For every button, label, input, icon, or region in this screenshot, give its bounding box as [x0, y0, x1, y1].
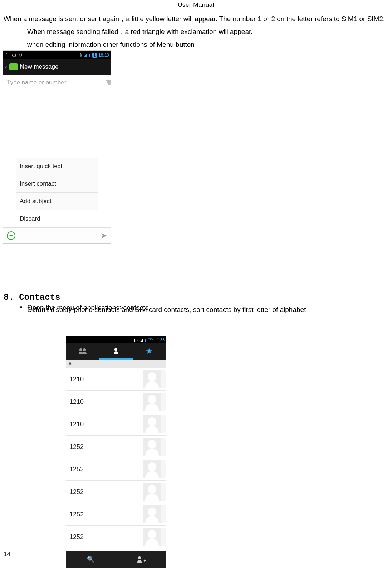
contact-row[interactable]: 1252 [66, 436, 166, 458]
groups-icon-2 [82, 348, 87, 354]
paragraph-2: When message sending failed，a red triang… [27, 26, 388, 37]
recipient-input[interactable]: Type name or number + [3, 75, 111, 91]
avatar-icon [143, 528, 161, 546]
wifi-icon: ◢ [84, 53, 87, 58]
bullet-line-2: Default display phone contacts and SIM c… [27, 305, 388, 315]
avatar-icon [143, 438, 161, 456]
contact-row[interactable]: 1252 [66, 503, 166, 526]
contact-name: 1210 [69, 421, 84, 428]
paragraph-1: When a message is sent or sent again，a l… [4, 14, 388, 24]
contact-name: 1210 [69, 376, 84, 383]
contact-row[interactable]: 1210 [66, 391, 166, 413]
contact-row[interactable]: 1252 [66, 458, 166, 481]
menu-insert-quick-text[interactable]: Insert quick text [16, 158, 98, 175]
message-body-area: Insert quick text Insert contact Add sub… [3, 90, 111, 227]
menu-add-subject[interactable]: Add subject [16, 192, 98, 210]
contact-row[interactable]: 1210 [66, 368, 166, 391]
cell-icon: ▮ [88, 53, 91, 58]
contact-name: 1210 [69, 398, 84, 406]
status-bar: ▮ ⫶ ◢ ▮ 下午 1:33 [66, 336, 166, 343]
avatar-icon [143, 415, 161, 433]
clock: 下午 1:33 [148, 337, 165, 343]
power-icon: ⏻ [12, 53, 16, 58]
contact-name: 1252 [69, 533, 84, 541]
battery-icon: ▮ [144, 338, 147, 342]
page-number: 14 [4, 551, 10, 558]
clock: 18:19 [98, 53, 109, 58]
menu-discard[interactable]: Discard [16, 210, 98, 227]
section-heading-contacts: 8. Contacts [4, 293, 60, 302]
compose-bar: + ➤ [3, 227, 111, 243]
add-contact-icon: + [137, 556, 144, 563]
sync-icon: ↺ [19, 53, 23, 58]
screenshot-contacts: ▮ ⫶ ◢ ▮ 下午 1:33 ★ # 1210 1210 [66, 336, 166, 568]
list-section-header: # [66, 360, 166, 368]
search-icon: 🔍 [87, 555, 95, 563]
recipient-placeholder: Type name or number [7, 79, 66, 86]
contacts-list[interactable]: 1210 1210 1210 1252 1252 1252 [66, 368, 166, 548]
tab-favorites[interactable]: ★ [133, 343, 166, 360]
search-button[interactable]: 🔍 [66, 551, 116, 568]
contact-row[interactable]: 1252 [66, 481, 166, 503]
contact-row[interactable]: 1252 [66, 526, 166, 548]
menu-insert-contact[interactable]: Insert contact [16, 175, 98, 192]
page-header: User Manual [4, 0, 388, 9]
header-rule [4, 10, 388, 10]
contact-name: 1252 [69, 443, 84, 451]
status-bar: ⋮ ⏻ ↺ ᛒ ◢ ▮ 1 18:19 [3, 51, 111, 59]
avatar-icon [143, 393, 161, 411]
contact-name: 1252 [69, 466, 84, 473]
avatar-icon [143, 460, 161, 478]
avatar-icon [143, 370, 161, 388]
bullet-icon [20, 306, 22, 308]
signal-icon: ⋮ [5, 53, 9, 58]
send-icon[interactable]: ➤ [101, 231, 107, 240]
star-icon: ★ [146, 347, 153, 356]
tab-all-contacts[interactable] [99, 343, 132, 360]
screenshot-messaging: ⋮ ⏻ ↺ ᛒ ◢ ▮ 1 18:19 ‹ New message Type n… [3, 50, 111, 244]
messaging-icon [9, 63, 18, 70]
app-bar: ‹ New message [3, 59, 111, 75]
contact-name: 1252 [69, 511, 84, 518]
overflow-menu: Insert quick text Insert contact Add sub… [16, 158, 98, 227]
add-contact-button[interactable]: + [116, 551, 166, 568]
tab-bar: ★ [66, 343, 166, 360]
back-icon[interactable]: ‹ [5, 63, 7, 71]
attach-icon[interactable]: + [7, 231, 15, 240]
avatar-icon [143, 483, 161, 501]
bluetooth-icon: ᛒ [80, 53, 82, 58]
sim-badge: 1 [92, 53, 97, 58]
signal-icon: ▮ ⫶ ◢ [133, 338, 143, 342]
tab-groups[interactable] [66, 343, 99, 360]
contact-row[interactable]: 1210 [66, 413, 166, 436]
contact-name: 1252 [69, 488, 84, 496]
person-icon [113, 348, 119, 354]
bottom-action-bar: 🔍 + [66, 551, 166, 568]
avatar-icon [143, 505, 161, 523]
paragraph-3: when editing information other functions… [27, 39, 388, 50]
app-bar-title: New message [20, 63, 59, 70]
